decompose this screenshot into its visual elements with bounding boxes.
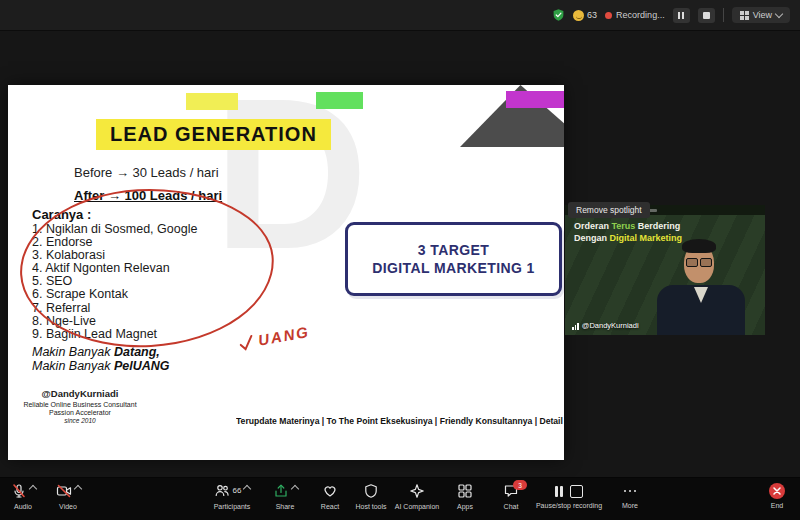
share-screen-icon — [273, 483, 289, 499]
decor-bar-yellow — [186, 93, 238, 110]
credential-line: Passion Accelerator — [10, 409, 150, 416]
recording-dot-icon — [605, 12, 612, 19]
microphone-muted-icon — [11, 483, 27, 499]
reactions-count: 63 — [587, 10, 597, 20]
makin-line-2: Makin Banyak PelUANG — [32, 359, 170, 373]
video-button[interactable]: Video — [48, 483, 88, 510]
host-tools-shield-icon — [363, 483, 379, 499]
decor-bar-green — [316, 92, 363, 109]
credential-since: since 2010 — [10, 417, 150, 424]
recording-label: Recording... — [616, 10, 665, 20]
presenter-credentials: @DandyKurniadi Reliable Online Business … — [10, 388, 150, 424]
audio-level-icon — [572, 323, 579, 330]
end-x-icon — [769, 483, 785, 499]
target-callout-box: 3 TARGET DIGITAL MARKETING 1 — [345, 222, 562, 296]
speaker-hair — [682, 239, 716, 253]
participants-icon — [214, 483, 230, 499]
security-shield-icon[interactable] — [552, 8, 565, 22]
apps-button[interactable]: Apps — [448, 483, 482, 510]
end-meeting-button[interactable]: End — [760, 483, 794, 509]
target-line-1: 3 TARGET — [418, 242, 489, 258]
more-button[interactable]: More — [613, 483, 647, 509]
pause-recording-button[interactable] — [673, 8, 690, 23]
target-line-2: DIGITAL MARKETING 1 — [372, 260, 535, 276]
ai-companion-button[interactable]: AI Companion — [388, 483, 446, 510]
share-button[interactable]: Share — [267, 483, 303, 510]
credential-line: Reliable Online Business Consultant — [10, 401, 150, 408]
before-line: Before → 30 Leads / hari — [74, 165, 219, 180]
speaker-name-label: @DandyKurniadi — [582, 321, 639, 330]
stop-recording-button[interactable] — [698, 8, 715, 23]
zoom-meeting-window: 63 Recording... View D LE — [0, 0, 800, 520]
pause-recording-icon[interactable] — [555, 486, 564, 497]
camera-off-icon — [56, 483, 72, 499]
pause-icon — [678, 12, 680, 19]
meeting-toolbar: Audio Video 66 — [0, 477, 800, 520]
topbar-divider — [723, 8, 724, 22]
red-handwriting-annotation: UANG — [237, 323, 311, 352]
audio-options-chevron[interactable] — [28, 485, 36, 493]
participants-options-chevron[interactable] — [243, 485, 251, 493]
slide-footer-tagline: Terupdate Materinya | To The Point Eksek… — [236, 416, 564, 426]
stop-recording-icon[interactable] — [570, 485, 583, 498]
recording-indicator: Recording... — [605, 10, 665, 20]
host-tools-button[interactable]: Host tools — [349, 483, 393, 510]
speaker-video-tile[interactable]: Orderan Terus Berdering Dengan Digital M… — [565, 205, 765, 335]
topbar-right-controls: 63 Recording... View — [552, 0, 790, 30]
speaker-glasses — [686, 258, 712, 267]
participants-button[interactable]: 66 Participants — [204, 483, 260, 510]
shared-screen-slide: D LEAD GENERATION Before → 30 Leads / ha… — [8, 85, 564, 460]
presenter-handle: @DandyKurniadi — [10, 388, 150, 399]
react-button[interactable]: React — [312, 483, 348, 510]
red-check-stroke — [237, 333, 256, 352]
ai-companion-star-icon — [409, 483, 425, 499]
decor-bar-magenta — [506, 91, 564, 108]
chevron-down-icon — [775, 10, 783, 18]
stop-icon — [703, 12, 710, 19]
view-button[interactable]: View — [732, 7, 790, 23]
video-bg-headline: Orderan Terus Berdering Dengan Digital M… — [574, 221, 682, 244]
apps-grid-icon — [457, 483, 473, 499]
remove-spotlight-button[interactable]: Remove spotlight — [568, 202, 650, 218]
video-name-overlay: @DandyKurniadi — [572, 321, 639, 330]
meeting-topbar: 63 Recording... View — [0, 0, 800, 31]
ellipsis-icon — [624, 483, 637, 499]
view-label: View — [753, 10, 772, 20]
heart-icon — [322, 483, 338, 499]
view-grid-icon — [740, 11, 749, 20]
participants-count: 66 — [233, 486, 242, 495]
reaction-emoji-icon — [573, 10, 584, 21]
reactions-counter[interactable]: 63 — [573, 10, 597, 21]
share-options-chevron[interactable] — [290, 485, 298, 493]
audio-button[interactable]: Audio — [4, 483, 42, 510]
video-options-chevron[interactable] — [73, 485, 81, 493]
slide-title: LEAD GENERATION — [96, 119, 331, 150]
pause-stop-recording-button[interactable]: Pause/stop recording — [523, 483, 615, 509]
